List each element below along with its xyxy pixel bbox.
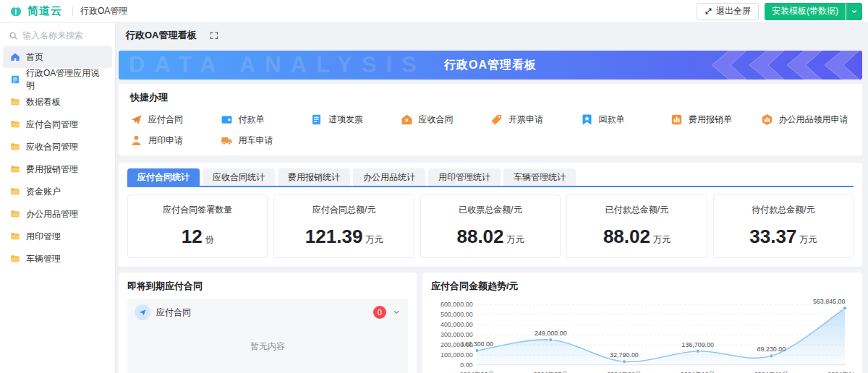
quick-action-label: 应收合同 xyxy=(419,113,454,126)
folder-icon xyxy=(10,186,20,197)
workspace-tabbar: 行政OA管理看板 xyxy=(119,23,862,48)
person-icon xyxy=(130,134,142,147)
sidebar-item-label: 应收合同管理 xyxy=(26,141,78,153)
search-input[interactable] xyxy=(22,30,102,40)
sidebar: 首页行政OA管理应用说明数据看板应付合同管理应收合同管理费用报销管理资金账户办公… xyxy=(0,23,116,373)
quick-action-label: 进项发票 xyxy=(328,113,363,126)
quick-action-item[interactable]: 进项发票 xyxy=(310,113,401,126)
svg-text:563,845.00: 563,845.00 xyxy=(813,298,846,305)
sidebar-item[interactable]: 车辆管理 xyxy=(3,248,112,270)
expiring-list: 应付合同 0 暂无内容 xyxy=(127,299,408,373)
wallet-icon xyxy=(221,113,233,126)
exit-fullscreen-label: 退出全屏 xyxy=(716,5,751,17)
stat-card-value: 33.37 xyxy=(749,226,796,248)
sidebar-item[interactable]: 数据看板 xyxy=(3,91,112,113)
svg-text:2024年06月: 2024年06月 xyxy=(460,371,495,373)
quick-action-item[interactable]: 付款单 xyxy=(221,113,311,126)
sidebar-item[interactable]: 费用报销管理 xyxy=(3,158,112,180)
sidebar-item[interactable]: 办公用品管理 xyxy=(3,203,112,225)
stat-card-unit: 万元 xyxy=(507,233,524,246)
stat-card-value: 121.39 xyxy=(305,226,363,248)
sidebar-search[interactable] xyxy=(9,30,106,40)
house-icon: ¥ xyxy=(401,113,413,126)
quick-action-item[interactable]: 用车申请 xyxy=(221,134,311,147)
sidebar-item-label: 数据看板 xyxy=(26,96,61,108)
quick-action-item[interactable]: 费用报销单 xyxy=(671,113,761,126)
sidebar-item-label: 用印管理 xyxy=(26,231,61,243)
svg-text:2024年08月: 2024年08月 xyxy=(607,371,642,373)
quick-action-item[interactable]: ¥应收合同 xyxy=(401,113,491,126)
stat-card-unit: 万元 xyxy=(365,233,383,246)
stats-tab[interactable]: 应付合同统计 xyxy=(127,168,200,186)
quick-action-label: 开票申请 xyxy=(509,113,543,126)
quick-action-label: 用车申请 xyxy=(239,134,273,147)
stat-card: 已付款总金额/元88.02万元 xyxy=(566,194,707,258)
sidebar-item[interactable]: 行政OA管理应用说明 xyxy=(3,69,112,90)
stats-tabs: 应付合同统计应收合同统计费用报销统计办公用品统计用印管理统计车辆管理统计 xyxy=(127,168,854,187)
brand-name: 简道云 xyxy=(27,4,62,18)
stats-tab[interactable]: 费用报销统计 xyxy=(278,168,350,186)
svg-text:136,709.00: 136,709.00 xyxy=(681,341,714,348)
stat-card: 待付款总金额/元33.37万元 xyxy=(713,194,854,258)
workspace-tab[interactable]: 行政OA管理看板 xyxy=(126,29,197,42)
quick-actions-title: 快捷办理 xyxy=(130,91,851,104)
trend-chart-title: 应付合同金额趋势/元 xyxy=(431,280,854,293)
install-template-dropdown[interactable] xyxy=(846,3,862,20)
bar-chart-icon xyxy=(671,113,683,126)
folder-icon xyxy=(10,254,20,264)
svg-text:¥: ¥ xyxy=(405,117,409,124)
stat-card-value: 88.02 xyxy=(456,226,503,248)
collapse-chevron[interactable] xyxy=(392,308,401,317)
sidebar-item[interactable]: 用印管理 xyxy=(3,226,112,247)
app-logo[interactable]: 简道云 xyxy=(6,4,65,19)
bookmark-star-icon xyxy=(581,113,593,126)
search-icon xyxy=(9,31,18,40)
stat-card-unit: 份 xyxy=(205,233,214,246)
sidebar-item-label: 车辆管理 xyxy=(26,253,61,265)
stat-card-value: 88.02 xyxy=(603,226,650,248)
stats-panel: 应付合同统计应收合同统计费用报销统计办公用品统计用印管理统计车辆管理统计 应付合… xyxy=(119,163,862,267)
stats-tab[interactable]: 应收合同统计 xyxy=(203,168,275,186)
svg-text:0.00: 0.00 xyxy=(460,361,472,369)
count-badge: 0 xyxy=(373,306,386,319)
quick-action-item[interactable]: 办公用品领用申请 xyxy=(761,113,851,126)
expiring-panel-title: 即将到期应付合同 xyxy=(127,280,408,293)
sidebar-item[interactable]: 首页 xyxy=(3,46,112,68)
svg-text:600,000.00: 600,000.00 xyxy=(441,301,473,308)
quick-action-label: 办公用品领用申请 xyxy=(779,113,848,126)
sidebar-item-label: 办公用品管理 xyxy=(26,208,78,220)
quick-action-item[interactable]: 开票申请 xyxy=(490,113,581,126)
sidebar-item[interactable]: 应付合同管理 xyxy=(3,113,112,135)
install-template-label[interactable]: 安装模板(带数据) xyxy=(765,3,846,20)
contract-group-row[interactable]: 应付合同 0 xyxy=(135,304,401,320)
stats-tab[interactable]: 用印管理统计 xyxy=(428,168,501,186)
quick-action-label: 应付合同 xyxy=(148,113,183,126)
trend-chart-panel: 应付合同金额趋势/元 600,000.00500,000.00400,000.0… xyxy=(422,273,862,373)
top-bar: 简道云 行政OA管理 退出全屏 安装模板(带数据) xyxy=(0,0,868,23)
quick-action-item[interactable]: 回款单 xyxy=(581,113,671,126)
sidebar-item[interactable]: 应收合同管理 xyxy=(3,136,112,158)
stats-tab[interactable]: 车辆管理统计 xyxy=(503,168,576,186)
dashboard-banner: DATA ANALYSIS 行政OA管理看板 xyxy=(119,51,862,80)
svg-text:400,000.00: 400,000.00 xyxy=(441,321,473,328)
stats-tab[interactable]: 办公用品统计 xyxy=(353,168,425,186)
folder-icon xyxy=(10,119,20,129)
quick-action-item[interactable]: 用印申请 xyxy=(130,134,221,147)
sidebar-item-label: 行政OA管理应用说明 xyxy=(26,67,105,92)
svg-text:249,000.00: 249,000.00 xyxy=(535,330,567,337)
exit-fullscreen-button[interactable]: 退出全屏 xyxy=(697,3,759,20)
quick-action-item[interactable]: 应付合同 xyxy=(130,113,221,126)
sidebar-item[interactable]: 资金账户 xyxy=(3,181,112,202)
svg-text:32,790.00: 32,790.00 xyxy=(610,351,639,359)
stats-cards: 应付合同签署数量12份应付合同总额/元121.39万元已收票总金额/元88.02… xyxy=(127,194,854,258)
banner-watermark: DATA ANALYSIS xyxy=(129,51,426,80)
stat-card-title: 应付合同总额/元 xyxy=(312,204,375,216)
stat-card-unit: 万元 xyxy=(799,233,817,246)
install-template-button[interactable]: 安装模板(带数据) xyxy=(765,3,862,20)
paper-plane-icon xyxy=(130,113,142,126)
expand-fullscreen-icon[interactable] xyxy=(210,31,218,40)
stat-card-title: 已收票总金额/元 xyxy=(459,204,522,216)
stat-card-title: 待付款总金额/元 xyxy=(752,204,814,216)
stat-card: 已收票总金额/元88.02万元 xyxy=(420,194,561,258)
quick-action-label: 回款单 xyxy=(599,113,625,126)
